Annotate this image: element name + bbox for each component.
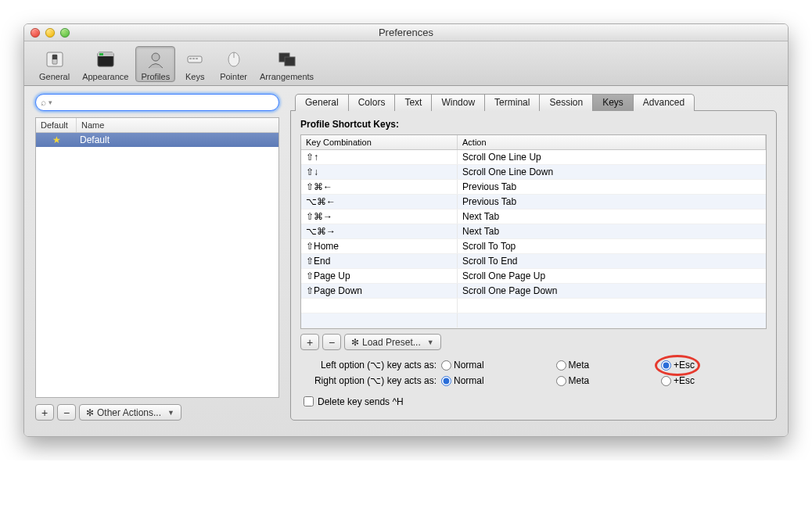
profiles-icon [143,48,168,70]
profile-tabstrip: General Colors Text Window Terminal Sess… [295,94,777,111]
table-row[interactable]: ⇧HomeScroll To Top [301,239,766,254]
tab-window[interactable]: Window [431,94,485,111]
right-option-normal-radio[interactable]: Normal [441,375,545,386]
toolbar-label: Pointer [220,72,247,81]
profile-name: Default [77,134,278,145]
tab-text[interactable]: Text [394,94,432,111]
profile-list: Default Name ★ Default [35,117,279,398]
table-row[interactable]: ⇧Page UpScroll One Page Up [301,269,766,284]
toolbar-label: Keys [185,72,204,81]
left-option-label: Left option (⌥) key acts as: [300,360,441,371]
left-option-esc-radio[interactable]: +Esc [661,360,756,371]
chevron-down-icon: ▼ [427,338,434,346]
table-row[interactable]: ⇧⌘←Previous Tab [301,180,766,195]
key-combination-cell: ⌥⌘→ [301,224,458,238]
table-row[interactable]: ⇧↑Scroll One Line Up [301,150,766,165]
toolbar-label: Profiles [141,72,170,81]
pointer-icon [221,48,246,70]
toolbar-item-pointer[interactable]: Pointer [214,46,253,82]
tab-advanced[interactable]: Advanced [633,94,695,111]
toolbar-item-arrangements[interactable]: Arrangements [254,46,319,82]
keys-panel: Profile Shortcut Keys: Key Combination A… [290,110,777,421]
key-combination-cell: ⇧⌘← [301,180,458,194]
svg-rect-10 [196,58,198,59]
tab-general[interactable]: General [295,94,349,111]
load-preset-label: Load Preset... [362,337,421,348]
table-row[interactable]: ⇧↓Scroll One Line Down [301,165,766,180]
table-row[interactable]: ⇧Page DownScroll One Page Down [301,284,766,299]
key-combination-cell: ⇧↓ [301,165,458,179]
svg-rect-8 [189,58,192,59]
delete-sends-h-checkbox[interactable] [304,396,314,406]
search-field[interactable] [55,96,274,109]
load-preset-button[interactable]: ✻ Load Preset... ▼ [344,334,441,350]
action-cell: Scroll One Line Up [458,150,766,164]
search-input[interactable]: ⌕ ▾ [35,94,279,111]
table-row [301,313,766,328]
tab-session[interactable]: Session [539,94,593,111]
table-row[interactable]: ⌥⌘←Previous Tab [301,195,766,209]
window-title: Preferences [24,27,788,38]
search-icon: ⌕ [41,97,46,108]
svg-rect-14 [285,57,295,66]
tab-colors[interactable]: Colors [348,94,396,111]
remove-profile-button[interactable]: − [57,404,76,421]
column-key-combination[interactable]: Key Combination [301,135,458,149]
key-combination-cell: ⇧↑ [301,150,458,164]
toolbar-label: Appearance [82,72,128,81]
key-combination-cell: ⌥⌘← [301,195,458,209]
arrangements-icon [275,48,300,70]
right-option-meta-radio[interactable]: Meta [556,375,651,386]
panel-heading: Profile Shortcut Keys: [300,119,767,130]
action-cell: Scroll One Page Down [458,284,766,298]
chevron-down-icon: ▼ [167,409,174,417]
action-cell: Previous Tab [458,180,766,194]
column-default[interactable]: Default [36,118,77,132]
other-actions-label: Other Actions... [97,407,161,418]
column-action[interactable]: Action [458,135,766,149]
toolbar-label: General [39,72,70,81]
table-row[interactable]: ⇧⌘→Next Tab [301,209,766,224]
table-row[interactable]: ⇧EndScroll To End [301,254,766,269]
svg-rect-2 [52,55,57,59]
keys-icon [182,48,207,70]
delete-sends-h-label: Delete key sends ^H [318,396,404,407]
profile-list-header: Default Name [36,118,278,133]
svg-rect-9 [192,58,195,59]
profile-row[interactable]: ★ Default [36,133,278,147]
toolbar: General Appearance Profiles Keys Pointer [24,41,788,86]
preferences-window: Preferences General Appearance Profiles … [23,23,789,437]
svg-rect-5 [99,53,103,55]
general-icon [42,48,67,70]
action-cell: Scroll One Line Down [458,165,766,179]
left-option-normal-radio[interactable]: Normal [441,360,545,371]
add-profile-button[interactable]: + [35,404,54,421]
toolbar-item-profiles[interactable]: Profiles [135,46,175,82]
appearance-icon [93,48,118,70]
key-combination-cell: ⇧Page Up [301,269,458,283]
table-row [301,299,766,313]
add-key-button[interactable]: + [300,334,319,350]
star-icon: ★ [36,134,77,145]
toolbar-item-general[interactable]: General [34,46,75,82]
action-cell: Scroll To Top [458,239,766,253]
toolbar-item-appearance[interactable]: Appearance [77,46,134,82]
other-actions-button[interactable]: ✻ Other Actions... ▼ [79,404,181,421]
tab-keys[interactable]: Keys [592,94,634,111]
remove-key-button[interactable]: − [322,334,341,350]
toolbar-item-keys[interactable]: Keys [177,46,213,82]
action-cell: Scroll One Page Up [458,269,766,283]
tab-terminal[interactable]: Terminal [484,94,540,111]
left-option-meta-radio[interactable]: Meta [556,360,651,371]
key-combination-cell: ⇧End [301,254,458,268]
right-option-esc-radio[interactable]: +Esc [661,375,756,386]
column-name[interactable]: Name [77,118,278,132]
chevron-down-icon: ▾ [49,98,52,106]
action-cell: Next Tab [458,209,766,224]
gear-icon: ✻ [86,407,94,418]
table-row[interactable]: ⌥⌘→Next Tab [301,224,766,239]
action-cell: Scroll To End [458,254,766,268]
action-cell: Next Tab [458,224,766,238]
action-cell: Previous Tab [458,195,766,209]
svg-point-6 [152,53,160,61]
